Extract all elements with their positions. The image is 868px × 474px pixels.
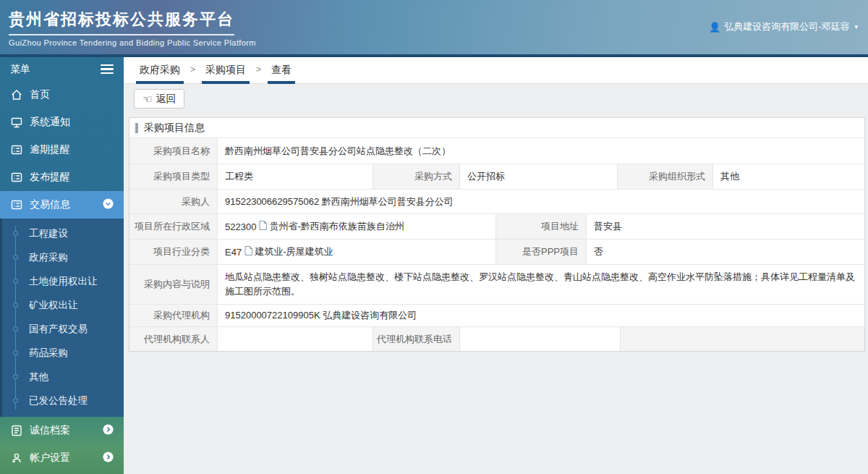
industry-name: 建筑业-房屋建筑业 (255, 245, 333, 258)
content-description-value: 地瓜站点隐患整改、独树站点隐患整改、楼下站点隐患整改、罗汉站点隐患整改、青山站点… (218, 265, 864, 304)
field-label: 项目行业分类 (129, 240, 218, 264)
breadcrumb-procurement-project[interactable]: 采购项目 (202, 57, 250, 84)
sidebar-item-home[interactable]: 首页 (0, 81, 124, 109)
breadcrumb-separator: > (250, 57, 268, 82)
procurement-method-value: 公开招标 (460, 164, 618, 189)
sidebar-item-publish-reminder[interactable]: 发布提醒 (0, 164, 124, 191)
purchaser-value: 915223006629575062 黔西南州烟草公司普安县分公司 (218, 190, 864, 213)
user-menu[interactable]: 👤 弘典建设咨询有限公司-邓廷容 ▾ (709, 20, 858, 33)
table-row: 项目所在行政区域 522300 贵州省-黔西南布依族苗族自治州 项目地址 普安县 (129, 213, 864, 239)
breadcrumb-gov-procurement[interactable]: 政府采购 (136, 57, 184, 84)
chevron-down-circle-icon (103, 198, 114, 211)
sidebar-item-label: 诚信档案 (30, 424, 70, 437)
table-row: 项目行业分类 E47 建筑业-房屋建筑业 是否PPP项目 否 (129, 239, 864, 264)
user-name: 弘典建设咨询有限公司-邓廷容 (724, 20, 849, 33)
submenu-item-published-notices[interactable]: 已发公告处理 (0, 389, 124, 412)
document-icon[interactable] (244, 246, 252, 258)
chevron-right-circle-icon (103, 452, 114, 465)
notebook-icon (10, 171, 23, 184)
industry-value: E47 建筑业-房屋建筑业 (218, 240, 496, 264)
trade-info-submenu: 工程建设 政府采购 土地使用权出让 矿业权出让 国有产权交易 药品采购 其他 已… (0, 219, 124, 417)
sidebar-item-label: 帐户设置 (30, 452, 70, 465)
menu-label: 菜单 (10, 63, 30, 76)
panel-title: 采购项目信息 (144, 122, 205, 135)
sidebar-item-system-notice[interactable]: 系统通知 (0, 109, 124, 136)
submenu-item-mining-rights[interactable]: 矿业权出让 (0, 293, 124, 317)
site-subtitle: GuiZhou Province Tendering and Bidding P… (9, 38, 256, 47)
sidebar: 菜单 首页 系统通知 逾期提醒 发布提醒 交易信息 (0, 57, 124, 474)
ppp-value: 否 (587, 240, 864, 264)
region-code: 522300 (225, 221, 256, 232)
list-icon (10, 424, 23, 437)
sidebar-item-overdue-reminder[interactable]: 逾期提醒 (0, 136, 124, 164)
field-label: 采购项目名称 (129, 138, 218, 164)
field-label: 采购代理机构 (129, 305, 218, 326)
table-row: 采购项目类型 工程类 采购方式 公开招标 采购组织形式 其他 (129, 164, 864, 189)
table-row: 采购内容与说明 地瓜站点隐患整改、独树站点隐患整改、楼下站点隐患整改、罗汉站点隐… (129, 264, 864, 304)
field-label: 采购方式 (373, 164, 460, 189)
hamburger-icon[interactable] (101, 64, 114, 75)
region-value: 522300 贵州省-黔西南布依族苗族自治州 (218, 214, 496, 239)
project-info-panel: 采购项目信息 采购项目名称 黔西南州烟草公司普安县分公司站点隐患整改（二次） 采… (129, 117, 865, 352)
field-label: 采购人 (129, 190, 218, 213)
sidebar-menu-header: 菜单 (0, 57, 124, 81)
monitor-icon (10, 116, 23, 129)
field-label: 是否PPP项目 (496, 240, 587, 264)
breadcrumb-view[interactable]: 查看 (268, 57, 295, 84)
field-label: 采购组织形式 (618, 164, 713, 189)
sidebar-item-label: 交易信息 (30, 198, 70, 211)
submenu-item-drug-procurement[interactable]: 药品采购 (0, 341, 124, 365)
sidebar-item-label: 逾期提醒 (30, 143, 70, 156)
user-icon: 👤 (709, 22, 720, 33)
industry-code: E47 (225, 247, 242, 258)
table-row: 采购代理机构 91520000722109905K 弘典建设咨询有限公司 (129, 304, 864, 326)
toolbar: ☜ 返回 (124, 84, 868, 109)
table-row: 采购项目名称 黔西南州烟草公司普安县分公司站点隐患整改（二次） (129, 137, 864, 164)
org-form-value: 其他 (713, 164, 864, 189)
header-banner: 贵州省招标投标公共服务平台 GuiZhou Province Tendering… (0, 0, 868, 57)
sidebar-item-label: 发布提醒 (30, 171, 70, 184)
brand: 贵州省招标投标公共服务平台 GuiZhou Province Tendering… (9, 9, 256, 47)
submenu-item-land-use[interactable]: 土地使用权出让 (0, 269, 124, 293)
sidebar-item-trade-info[interactable]: 交易信息 (0, 191, 124, 219)
panel-title-row: 采购项目信息 (129, 118, 864, 137)
project-name-value: 黔西南州烟草公司普安县分公司站点隐患整改（二次） (218, 138, 864, 164)
field-label: 代理机构联系电话 (373, 327, 460, 351)
back-button[interactable]: ☜ 返回 (134, 89, 184, 109)
chevron-right-circle-icon (103, 424, 114, 437)
table-row: 采购人 915223006629575062 黔西南州烟草公司普安县分公司 (129, 189, 864, 213)
back-hand-icon: ☜ (142, 93, 152, 104)
notebook-icon (10, 198, 23, 211)
document-icon[interactable] (259, 221, 267, 232)
empty-filler-cell (621, 327, 864, 351)
project-type-value: 工程类 (218, 164, 373, 189)
sidebar-item-label: 首页 (30, 88, 50, 101)
notebook-icon (10, 143, 23, 156)
table-row: 代理机构联系人 代理机构联系电话 (129, 326, 864, 351)
caret-down-icon: ▾ (854, 23, 858, 30)
sidebar-item-label: 系统通知 (30, 116, 70, 129)
agency-phone-value (460, 327, 621, 351)
home-icon (10, 88, 23, 101)
breadcrumb: 政府采购 > 采购项目 > 查看 (124, 57, 868, 84)
person-icon (10, 452, 23, 465)
agency-contact-value (218, 327, 373, 351)
back-button-label: 返回 (156, 93, 176, 106)
main-content: 政府采购 > 采购项目 > 查看 ☜ 返回 采购项目信息 采购项目名称 黔西南州… (124, 57, 868, 474)
submenu-item-other[interactable]: 其他 (0, 365, 124, 389)
submenu-item-construction[interactable]: 工程建设 (0, 221, 124, 245)
breadcrumb-separator: > (184, 57, 202, 82)
title-accent-bar (135, 123, 138, 133)
field-label: 代理机构联系人 (129, 327, 218, 351)
sidebar-item-account-settings[interactable]: 帐户设置 (0, 444, 124, 472)
field-label: 采购项目类型 (129, 164, 218, 189)
project-address-value: 普安县 (587, 214, 864, 239)
submenu-item-gov-procurement[interactable]: 政府采购 (0, 245, 124, 269)
region-name: 贵州省-黔西南布依族苗族自治州 (269, 220, 404, 233)
site-title: 贵州省招标投标公共服务平台 (9, 9, 234, 35)
field-label: 项目所在行政区域 (129, 214, 218, 239)
sidebar-item-integrity-archive[interactable]: 诚信档案 (0, 417, 124, 444)
field-label: 项目地址 (496, 214, 587, 239)
field-label: 采购内容与说明 (129, 265, 218, 304)
submenu-item-state-assets[interactable]: 国有产权交易 (0, 317, 124, 341)
